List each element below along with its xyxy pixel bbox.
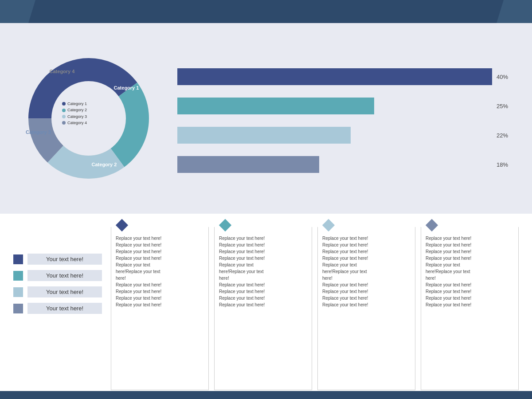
bottom-section: Your text here!Your text here!Your text … xyxy=(0,214,532,399)
header-corner-left xyxy=(0,0,35,23)
bar-label: 40% xyxy=(497,74,514,80)
bar-label: 25% xyxy=(497,103,514,110)
text-columns: Replace your text here!Replace your text… xyxy=(111,227,519,390)
bar-fill xyxy=(177,68,492,85)
donut-chart: Category 1 Category 2 Category 3 Categor… xyxy=(18,47,160,189)
text-line: Replace your text here! xyxy=(116,255,204,262)
text-column: Replace your text here!Replace your text… xyxy=(111,227,209,390)
text-line: Replace your text here! xyxy=(219,248,307,255)
text-line: Replace your text here! xyxy=(322,301,411,308)
text-line: Replace your text here! xyxy=(426,301,514,308)
text-line: Replace your text here! xyxy=(322,255,411,262)
text-line: Replace your text here! xyxy=(322,235,411,242)
text-line: Replace your text here! xyxy=(426,248,514,255)
text-line: Replace your text here! xyxy=(426,288,514,295)
text-line: Replace your text here! xyxy=(322,295,411,301)
bar-row: 22% xyxy=(177,127,514,144)
text-line: here!Replace your text xyxy=(219,268,307,275)
text-line: Replace your text here! xyxy=(116,288,204,295)
bar-track xyxy=(177,68,492,85)
text-line: Replace your text xyxy=(426,262,514,268)
bar-row: 40% xyxy=(177,68,514,85)
legend-list-item: Your text here! xyxy=(13,303,102,314)
bar-row: 18% xyxy=(177,156,514,173)
donut-svg: Category 1 Category 2 Category 3 Categor… xyxy=(18,47,160,189)
text-line: here! xyxy=(219,275,307,282)
text-line: here!Replace your text xyxy=(426,268,514,275)
text-line: Replace your text here! xyxy=(219,235,307,242)
legend-color-square xyxy=(13,254,23,264)
text-line: here! xyxy=(322,275,411,282)
header-corner-right xyxy=(497,0,532,23)
bar-track xyxy=(177,98,492,114)
bar-fill xyxy=(177,156,319,173)
legend-list-item: Your text here! xyxy=(13,254,102,265)
text-line: Replace your text here! xyxy=(219,301,307,308)
bar-fill xyxy=(177,127,351,144)
text-line: Replace your text here! xyxy=(219,242,307,248)
legend-list-label: Your text here! xyxy=(27,254,102,265)
text-line: Replace your text here! xyxy=(219,288,307,295)
text-line: Replace your text here! xyxy=(322,282,411,288)
text-line: Replace your text xyxy=(322,262,411,268)
legend-color-square xyxy=(13,271,23,281)
text-line: here!Replace your text xyxy=(116,268,204,275)
header xyxy=(0,0,532,23)
legend-color-square xyxy=(13,287,23,297)
bar-chart: 40%25%22%18% xyxy=(177,64,514,173)
svg-text:Category 2: Category 2 xyxy=(92,162,117,167)
text-line: Replace your text here! xyxy=(426,295,514,301)
text-line: Replace your text here! xyxy=(116,248,204,255)
text-line: Replace your text here! xyxy=(116,242,204,248)
legend-list-label: Your text here! xyxy=(27,303,102,314)
text-line: Replace your text here! xyxy=(116,282,204,288)
text-line: Replace your text here! xyxy=(426,235,514,242)
text-line: Replace your text here! xyxy=(219,295,307,301)
text-column-content: Replace your text here!Replace your text… xyxy=(215,227,312,313)
bar-label: 22% xyxy=(497,132,514,139)
text-line: Replace your text here! xyxy=(426,255,514,262)
text-column: Replace your text here!Replace your text… xyxy=(214,227,312,390)
text-line: Replace your text here! xyxy=(219,282,307,288)
text-column: Replace your text here!Replace your text… xyxy=(317,227,415,390)
legend-list-label: Your text here! xyxy=(27,286,102,297)
legend-list-label: Your text here! xyxy=(27,270,102,281)
text-column-content: Replace your text here!Replace your text… xyxy=(421,227,518,313)
text-line: Replace your text here! xyxy=(116,295,204,301)
text-line: here!Replace your text xyxy=(322,268,411,275)
bar-track xyxy=(177,156,492,173)
text-column-content: Replace your text here!Replace your text… xyxy=(318,227,415,313)
text-line: Replace your text xyxy=(219,262,307,268)
text-column-content: Replace your text here!Replace your text… xyxy=(111,227,208,313)
text-column: Replace your text here!Replace your text… xyxy=(421,227,519,390)
svg-text:Category 4: Category 4 xyxy=(50,69,75,74)
legend-list-item: Your text here! xyxy=(13,286,102,297)
svg-text:Category 3: Category 3 xyxy=(26,129,51,135)
bar-fill xyxy=(177,98,374,114)
bar-label: 18% xyxy=(497,161,514,168)
text-line: Replace your text here! xyxy=(116,235,204,242)
legend-color-square xyxy=(13,304,23,313)
text-line: Replace your text xyxy=(116,262,204,268)
chart-section: Category 1 Category 2 Category 3 Categor… xyxy=(0,23,532,214)
text-line: Replace your text here! xyxy=(322,288,411,295)
text-line: Replace your text here! xyxy=(116,301,204,308)
text-line: Replace your text here! xyxy=(219,255,307,262)
svg-text:Category 1: Category 1 xyxy=(114,85,139,90)
text-line: Replace your text here! xyxy=(426,242,514,248)
bar-row: 25% xyxy=(177,98,514,114)
text-line: Replace your text here! xyxy=(426,282,514,288)
text-line: Replace your text here! xyxy=(322,242,411,248)
legend-list-item: Your text here! xyxy=(13,270,102,281)
text-line: Replace your text here! xyxy=(322,248,411,255)
footer xyxy=(0,391,532,399)
text-line: here! xyxy=(116,275,204,282)
text-line: here! xyxy=(426,275,514,282)
bar-track xyxy=(177,127,492,144)
legend-list: Your text here!Your text here!Your text … xyxy=(13,227,102,390)
